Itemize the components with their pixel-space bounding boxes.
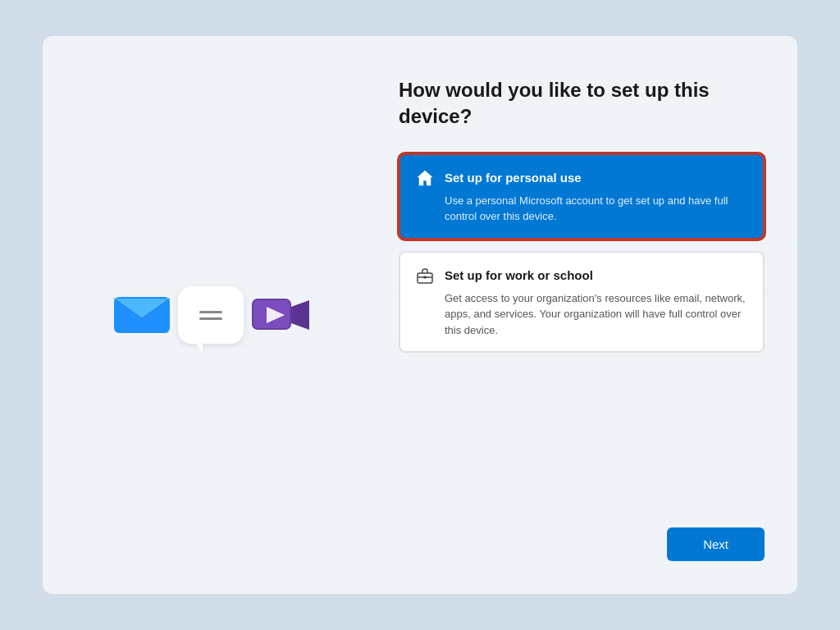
next-button[interactable]: Next	[667, 527, 765, 561]
work-school-option[interactable]: Set up for work or school Get access to …	[399, 251, 765, 354]
app-icons-group	[112, 286, 313, 344]
personal-use-option[interactable]: Set up for personal use Use a personal M…	[399, 153, 765, 240]
chat-icon	[178, 286, 244, 344]
mail-icon	[112, 292, 171, 338]
home-icon	[415, 168, 435, 188]
setup-dialog: How would you like to set up this device…	[43, 36, 797, 594]
personal-option-header: Set up for personal use	[415, 168, 748, 188]
illustration-panel	[43, 36, 382, 594]
work-option-title: Set up for work or school	[445, 268, 593, 282]
work-option-desc: Get access to your organization's resour…	[415, 290, 748, 339]
briefcase-icon	[415, 266, 435, 285]
svg-marker-7	[291, 300, 309, 330]
personal-option-desc: Use a personal Microsoft account to get …	[415, 193, 748, 225]
menu-lines	[199, 311, 222, 320]
page-title: How would you like to set up this device…	[399, 77, 765, 130]
video-icon	[250, 290, 313, 340]
svg-rect-10	[424, 276, 427, 278]
dialog-footer: Next	[399, 511, 765, 561]
personal-option-title: Set up for personal use	[445, 171, 582, 185]
content-panel: How would you like to set up this device…	[382, 36, 797, 594]
work-option-header: Set up for work or school	[415, 266, 748, 285]
